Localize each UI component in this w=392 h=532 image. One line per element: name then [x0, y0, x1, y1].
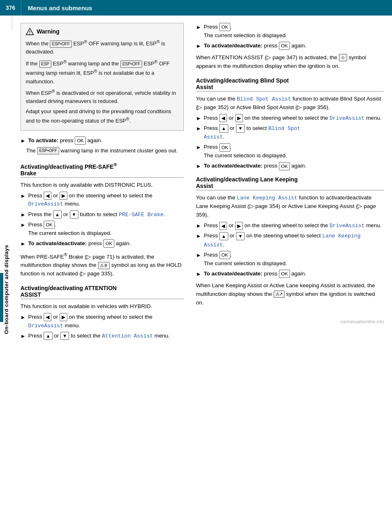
blind-spot-step-4-content: To activate/deactivate: press OK again.: [204, 162, 384, 170]
presafe-step-2: ► Press the ▲ or ▼ button to select PRE‑…: [20, 210, 184, 219]
lane-keeping-assist-menu: Lane Keeping Assist: [237, 195, 297, 201]
driveassist-menu-b1: DriveAssist: [330, 115, 365, 121]
right-arrow-key-2: ▶: [60, 313, 67, 321]
left-arrow-key-2: ◀: [44, 313, 51, 321]
left-arrow-key-1: ◀: [44, 192, 51, 200]
esp-off-icon-3: ESP•OFF: [37, 147, 59, 154]
warning-triangle-icon: [26, 27, 34, 36]
blind-spot-step-3-content: Press OK. The current selection is displ…: [204, 143, 384, 160]
presafe-step-4: ► To activate/deactivate: press OK again…: [20, 239, 184, 248]
blind-spot-step-2: ► Press ▲ or ▼ to select Blind SpotAssis…: [196, 124, 384, 141]
step-arrow-b1: ►: [196, 114, 201, 123]
step-arrow-p3: ►: [20, 221, 26, 238]
attention-symbol: ☺: [339, 54, 347, 61]
blind-spot-divider: [196, 91, 384, 92]
attention-assist-item: Attention Assist: [102, 333, 153, 339]
warning-line-3: When ESP® is deactivated or not operatio…: [26, 88, 178, 106]
sidebar-blue-bar: [0, 273, 3, 322]
attention-step-1: ► Press ◀ or ▶ on the steering wheel to …: [20, 313, 184, 330]
esp-off-icon-1: ESP•OFF: [50, 40, 72, 48]
lane-keep-symbol: ⚠↗: [274, 291, 285, 298]
step-arrow-r2: ►: [196, 42, 201, 50]
warning-box: Warning When the ESP•OFF ESP® OFF warnin…: [20, 23, 184, 131]
step-arrow-b2: ►: [196, 125, 201, 141]
lane-keep-divider: [196, 190, 384, 190]
step-arrow-l3: ►: [196, 251, 201, 268]
up-arrow-key-2: ▲: [44, 332, 52, 340]
lane-keep-body: You can use the Lane Keeping Assist func…: [196, 194, 384, 219]
activate-step: ► To activate: press OK again.: [20, 136, 184, 145]
attention-step-2: ► Press ▲ or ▼ to select the Attention A…: [20, 332, 184, 340]
right-column: ► Press OK. The current selection is dis…: [192, 23, 384, 520]
presafe-step-4-content: To activate/deactivate: press OK again.: [28, 239, 184, 248]
ok-key-r2: OK: [279, 42, 290, 50]
right-arrow-key-b1: ▶: [235, 114, 243, 122]
attention-activate: ► To activate/deactivate: press OK again…: [196, 42, 384, 50]
driveassist-menu-2: DriveAssist: [28, 323, 63, 329]
attention-press-ok: ► Press OK. The current selection is dis…: [196, 23, 384, 40]
driveassist-menu-l1: DriveAssist: [330, 223, 365, 229]
lane-keep-step-4-content: To activate/deactivate: press OK again.: [204, 270, 384, 278]
down-arrow-key-2: ▼: [60, 332, 69, 340]
attention-body: This function is not available in vehicl…: [20, 302, 184, 311]
lane-keep-step-2: ► Press ▲ or ▼ on the steering wheel to …: [196, 232, 384, 249]
sidebar-area: On-board computer and displays: [0, 16, 12, 532]
right-arrow-key-1: ▶: [60, 192, 67, 200]
blind-spot-item: Blind SpotAssist: [204, 125, 300, 140]
ok-key-1: OK: [75, 136, 86, 145]
lane-keep-step-3-content: Press OK. The current selection is displ…: [204, 251, 384, 268]
presafe-divider: [20, 177, 184, 178]
warning-line-2: If the ESP ESP® warning lamp and the ESP…: [26, 58, 178, 86]
esp-icon: ESP: [39, 60, 51, 68]
blind-spot-step-3: ► Press OK. The current selection is dis…: [196, 143, 384, 160]
sidebar-label-text: On-board computer and displays: [3, 245, 9, 334]
attention-activate-content: To activate/deactivate: press OK again.: [204, 42, 384, 50]
presafe-step-3-content: Press OK. The current selection is displ…: [28, 221, 184, 238]
page-number: 376: [0, 0, 21, 16]
step-arrow-1: ►: [20, 137, 26, 145]
step-arrow-b3: ►: [196, 143, 201, 160]
step-arrow-l2: ►: [196, 232, 201, 249]
presafe-step-2-content: Press the ▲ or ▼ button to select PRE‑SA…: [28, 210, 184, 219]
blind-spot-step-2-content: Press ▲ or ▼ to select Blind SpotAssist.: [204, 124, 384, 141]
page-title: Menus and submenus: [21, 4, 92, 11]
attention-press-ok-content: Press OK. The current selection is displ…: [204, 23, 384, 40]
left-arrow-key-b1: ◀: [219, 114, 227, 122]
attention-heading: Activating/deactivating ATTENTIONASSIST: [20, 285, 184, 298]
right-arrow-key-l1: ▶: [235, 222, 243, 230]
warning-title: Warning: [37, 28, 59, 35]
ok-key-l2: OK: [279, 270, 290, 278]
activate-deactivate-label-4: To activate/deactivate:: [204, 270, 263, 277]
ok-key-l1: OK: [219, 251, 230, 259]
left-arrow-key-l1: ◀: [219, 222, 227, 230]
blind-spot-step-1: ► Press ◀ or ▶ on the steering wheel to …: [196, 114, 384, 123]
attention-step-1-content: Press ◀ or ▶ on the steering wheel to se…: [28, 313, 184, 330]
lane-keep-when: When Lane Keeping Assist or Active Lane …: [196, 282, 384, 307]
blind-spot-body: You can use the Blind Spot Assist functi…: [196, 95, 384, 112]
presafe-when: When PRE-SAFE® Brake (▷ page 71) is acti…: [20, 251, 184, 278]
presafe-symbol: ⚠⏸: [98, 262, 110, 269]
lane-keep-heading: Activating/deactivating Lane KeepingAssi…: [196, 176, 384, 189]
down-arrow-key-l1: ▼: [236, 232, 245, 240]
step-arrow-l4: ►: [196, 270, 201, 278]
svg-point-2: [29, 34, 30, 34]
blind-spot-step-1-content: Press ◀ or ▶ on the steering wheel to se…: [204, 114, 384, 123]
activate-deactivate-label-2: To activate/deactivate:: [204, 42, 263, 49]
activate-label: To activate:: [28, 137, 58, 143]
step-arrow-b4: ►: [196, 162, 201, 170]
attention-current-sel: The current selection is displayed.: [204, 31, 384, 40]
step-arrow-p2: ►: [20, 211, 26, 219]
warning-header: Warning: [26, 27, 178, 36]
activate-deactivate-label-1: To activate/deactivate:: [28, 240, 87, 246]
presafe-step-3-sub: The current selection is displayed.: [28, 230, 111, 236]
step-arrow-a1: ►: [20, 313, 26, 330]
step-arrow-a2: ►: [20, 332, 26, 340]
left-column: Warning When the ESP•OFF ESP® OFF warnin…: [20, 23, 192, 520]
warning-line-1: When the ESP•OFF ESP® OFF warning lamp i…: [26, 38, 178, 56]
up-arrow-key-1: ▲: [53, 210, 62, 219]
page-footer: carmanualsonline.info: [196, 319, 384, 324]
esp-off-icon-2: ESP•OFF: [120, 60, 143, 68]
warning-text: When the ESP•OFF ESP® OFF warning lamp i…: [26, 38, 178, 125]
down-arrow-key-1: ▼: [70, 210, 78, 219]
blind-spot-step-4: ► To activate/deactivate: press OK again…: [196, 162, 384, 170]
